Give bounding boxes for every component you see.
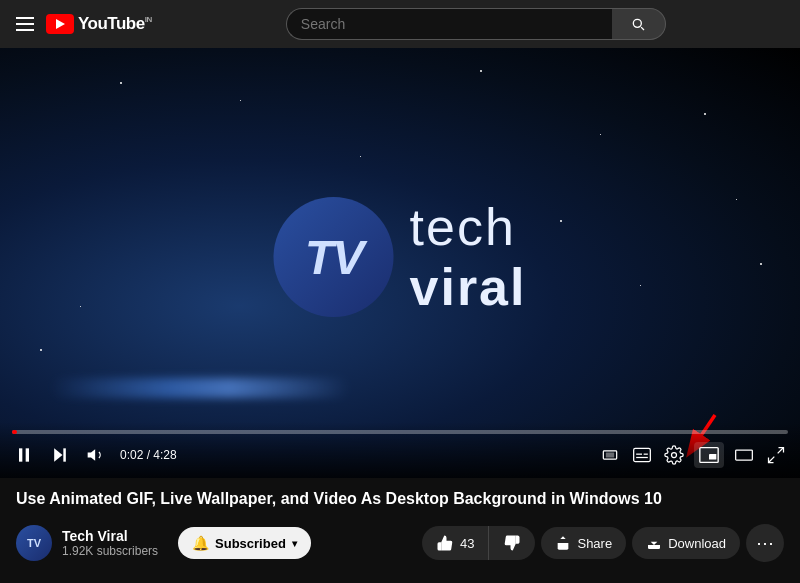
svg-rect-5 <box>63 448 66 461</box>
subscribe-button[interactable]: 🔔 Subscribed ▾ <box>178 527 311 559</box>
youtube-logo[interactable]: YouTubeIN <box>46 14 152 34</box>
channel-subscribers: 1.92K subscribers <box>62 544 158 558</box>
youtube-text: YouTubeIN <box>78 14 152 34</box>
dislike-button[interactable] <box>489 526 535 560</box>
ambient-mode-button[interactable] <box>598 443 622 467</box>
share-button[interactable]: Share <box>541 527 626 559</box>
next-icon <box>50 445 70 465</box>
share-label: Share <box>577 536 612 551</box>
header: YouTubeIN <box>0 0 800 48</box>
channel-info: Tech Viral 1.92K subscribers <box>62 528 158 558</box>
tv-viral-text: viral <box>410 257 527 317</box>
pause-icon <box>14 445 34 465</box>
tv-text: tech viral <box>410 197 527 317</box>
youtube-icon <box>46 14 74 34</box>
channel-name[interactable]: Tech Viral <box>62 528 158 544</box>
search-input[interactable] <box>286 8 612 40</box>
svg-rect-2 <box>19 448 22 461</box>
time-display: 0:02 / 4:28 <box>120 448 177 462</box>
search-icon <box>630 16 646 32</box>
tv-circle-icon: TV <box>274 197 394 317</box>
theater-button[interactable] <box>732 443 756 467</box>
search-wrap <box>286 8 666 40</box>
svg-rect-8 <box>634 448 651 461</box>
like-dislike-group: 43 <box>422 526 535 560</box>
more-options-button[interactable]: ⋯ <box>746 524 784 562</box>
thumbs-up-icon <box>436 534 454 552</box>
controls-row: 0:02 / 4:28 <box>12 442 788 468</box>
download-button[interactable]: Download <box>632 527 740 559</box>
video-title: Use Animated GIF, Live Wallpaper, and Vi… <box>16 488 784 510</box>
svg-rect-15 <box>736 450 753 460</box>
search-bar <box>168 8 784 40</box>
channel-logo-watermark: TV tech viral <box>274 197 527 317</box>
tv-tech-text: tech <box>410 197 527 257</box>
svg-marker-4 <box>54 448 62 461</box>
volume-icon <box>86 445 106 465</box>
channel-bar: TV Tech Viral 1.92K subscribers 🔔 Subscr… <box>0 516 800 570</box>
ambient-icon <box>600 445 620 465</box>
progress-bar[interactable] <box>12 430 788 434</box>
next-button[interactable] <box>48 443 72 467</box>
play-pause-button[interactable] <box>12 443 36 467</box>
video-controls-overlay: 0:02 / 4:28 <box>0 422 800 478</box>
svg-rect-7 <box>606 453 614 458</box>
video-player[interactable]: TV tech viral <box>0 48 800 478</box>
subtitles-icon <box>632 445 652 465</box>
svg-line-17 <box>769 457 775 463</box>
thumbs-down-icon <box>503 534 521 552</box>
channel-avatar[interactable]: TV <box>16 525 52 561</box>
search-button[interactable] <box>612 8 666 40</box>
download-label: Download <box>668 536 726 551</box>
controls-right <box>598 442 788 468</box>
share-icon <box>555 535 571 551</box>
settings-icon <box>664 445 684 465</box>
video-background: TV tech viral <box>0 48 800 478</box>
light-beam <box>50 378 350 398</box>
more-icon: ⋯ <box>756 532 774 554</box>
subtitles-button[interactable] <box>630 443 654 467</box>
fullscreen-icon <box>766 445 786 465</box>
svg-rect-14 <box>709 454 716 460</box>
svg-point-12 <box>672 453 677 458</box>
theater-icon <box>734 445 754 465</box>
actions-right: 43 Share Download ⋯ <box>422 524 784 562</box>
bell-icon: 🔔 <box>192 535 209 551</box>
hamburger-menu[interactable] <box>16 17 34 31</box>
download-icon <box>646 535 662 551</box>
miniplayer-icon <box>698 444 720 466</box>
video-title-area: Use Animated GIF, Live Wallpaper, and Vi… <box>0 478 800 516</box>
svg-line-16 <box>778 448 784 454</box>
fullscreen-button[interactable] <box>764 443 788 467</box>
subscribe-label: Subscribed <box>215 536 286 551</box>
chevron-down-icon: ▾ <box>292 538 297 549</box>
volume-button[interactable] <box>84 443 108 467</box>
like-button[interactable]: 43 <box>422 526 489 560</box>
progress-fill <box>12 430 17 434</box>
yt-country: IN <box>145 15 152 24</box>
miniplayer-button[interactable] <box>694 442 724 468</box>
header-left: YouTubeIN <box>16 14 152 34</box>
settings-button[interactable] <box>662 443 686 467</box>
svg-rect-3 <box>26 448 29 461</box>
like-count: 43 <box>460 536 474 551</box>
